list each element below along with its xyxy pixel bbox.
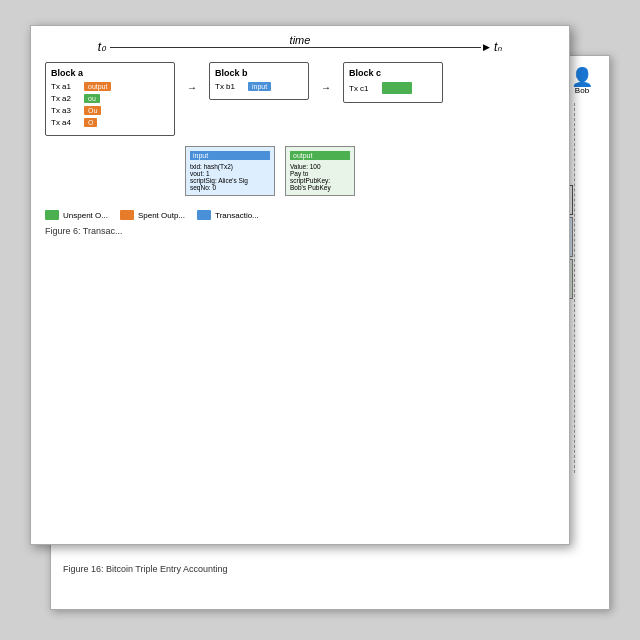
legend-unspent-box — [45, 210, 59, 220]
legend-item-tx: Transactio... — [197, 210, 259, 220]
tx-a4-label: Tx a4 — [51, 118, 81, 127]
arrow-a-b: → — [187, 82, 197, 93]
tx-c1-label: Tx c1 — [349, 84, 379, 93]
block-c-title: Block c — [349, 68, 437, 78]
tx-a2-output: ou — [84, 94, 100, 103]
legend-unspent-text: Unspent O... — [63, 211, 108, 220]
bob-icon: 👤 — [571, 68, 593, 86]
tx-a1-label: Tx a1 — [51, 82, 81, 91]
legend-item-unspent: Unspent O... — [45, 210, 108, 220]
tx-a3-row: Tx a3 Ou — [51, 106, 169, 115]
tx-a4-row: Tx a4 O — [51, 118, 169, 127]
bob-actor: 👤 Bob — [571, 68, 593, 95]
legend: Unspent O... Spent Outp... Transactio... — [45, 210, 555, 220]
legend-spent-text: Spent Outp... — [138, 211, 185, 220]
time-label: time — [290, 34, 311, 46]
page-stack: Block a Tx a1 output Tx a2 output Tx a3 … — [30, 25, 610, 615]
tx-a2-label: Tx a2 — [51, 94, 81, 103]
time-axis: t₀ ▶ time tₙ — [45, 40, 555, 54]
blocks-row: Block a Tx a1 output Tx a2 ou Tx a3 Ou T… — [45, 62, 555, 136]
arrow-b-c: → — [321, 82, 331, 93]
block-c: Block c Tx c1 — [343, 62, 443, 103]
tx-a4-output: O — [84, 118, 97, 127]
tx-b1-row: Tx b1 input — [215, 82, 303, 91]
tn-label: tₙ — [494, 40, 502, 54]
block-a-title: Block a — [51, 68, 169, 78]
front-figure-caption: Figure 6: Transac... — [45, 226, 555, 236]
legend-tx-text: Transactio... — [215, 211, 259, 220]
block-b: Block b Tx b1 input — [209, 62, 309, 100]
legend-item-spent: Spent Outp... — [120, 210, 185, 220]
output-detail-front: output Value: 100 Pay to scriptPubKey: B… — [285, 146, 355, 196]
tx-a3-output: Ou — [84, 106, 101, 115]
legend-spent-box — [120, 210, 134, 220]
tx-b1-input: input — [248, 82, 271, 91]
tx-a2-row: Tx a2 ou — [51, 94, 169, 103]
tx-b1-label: Tx b1 — [215, 82, 245, 91]
input-detail-front: input txid: hash(Tx2) vout: 1 scriptSig:… — [185, 146, 275, 196]
tx-c1-output — [382, 82, 412, 94]
back-figure-caption: Figure 16: Bitcoin Triple Entry Accounti… — [63, 564, 597, 574]
tx-a1-output: output — [84, 82, 111, 91]
t0-label: t₀ — [98, 40, 106, 54]
bob-lifeline — [574, 103, 575, 473]
tx-c1-row: Tx c1 — [349, 82, 437, 94]
tx-a1-row: Tx a1 output — [51, 82, 169, 91]
block-b-title: Block b — [215, 68, 303, 78]
tx-a3-label: Tx a3 — [51, 106, 81, 115]
detail-boxes-row: input txid: hash(Tx2) vout: 1 scriptSig:… — [185, 146, 555, 196]
block-a: Block a Tx a1 output Tx a2 ou Tx a3 Ou T… — [45, 62, 175, 136]
front-page: t₀ ▶ time tₙ Block a Tx a1 output Tx a2 … — [30, 25, 570, 545]
bob-label: Bob — [575, 86, 589, 95]
legend-tx-box — [197, 210, 211, 220]
